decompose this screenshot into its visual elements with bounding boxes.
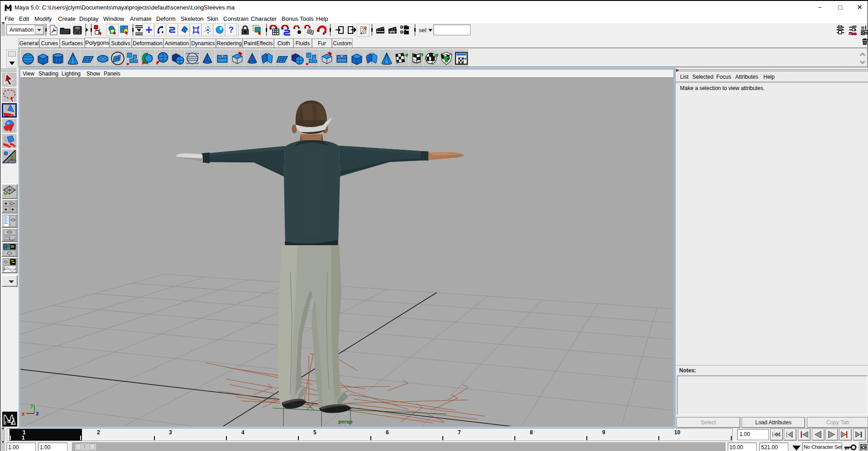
- svg-text:x: x: [22, 411, 25, 417]
- svg-text:persp: persp: [338, 419, 352, 424]
- svg-text:?: ?: [229, 25, 234, 34]
- svg-text:y: y: [30, 402, 34, 408]
- svg-text:z: z: [36, 411, 39, 417]
- svg-text:IPR: IPR: [390, 30, 395, 33]
